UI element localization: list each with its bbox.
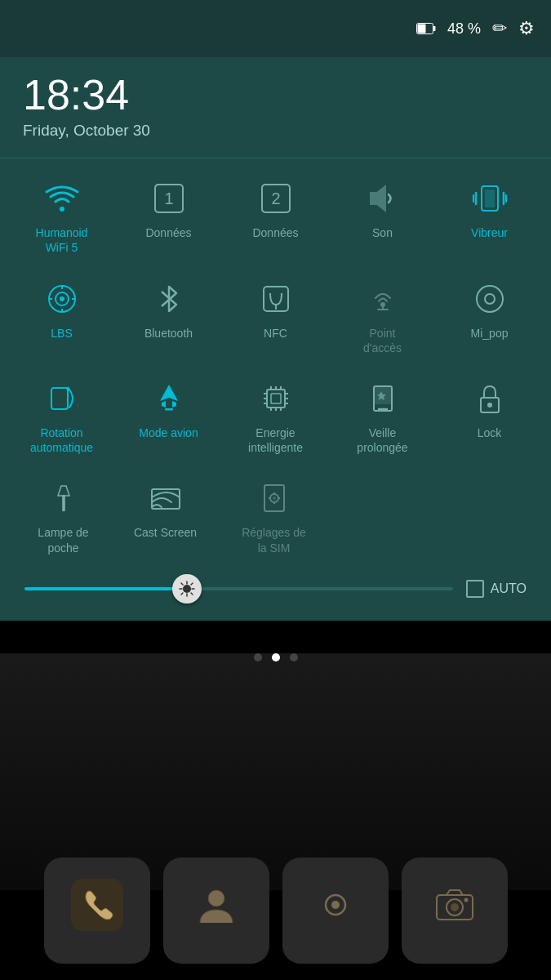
lock-label: Lock: [478, 425, 502, 440]
data2-label: Données: [252, 225, 298, 240]
svg-point-58: [183, 585, 191, 593]
svg-text:1: 1: [164, 189, 173, 207]
vibrate-icon: [469, 178, 510, 219]
dock-contacts[interactable]: [163, 858, 269, 964]
svg-rect-31: [271, 394, 281, 403]
dock-camera[interactable]: [402, 858, 508, 964]
qs-son[interactable]: Son: [335, 167, 429, 263]
qs-airplane[interactable]: Mode avion: [122, 367, 216, 463]
sound-icon: [362, 178, 403, 219]
dot-2: [272, 653, 280, 662]
battery-icon: [416, 23, 436, 34]
lbs-label: LBS: [51, 326, 72, 341]
qs-flashlight[interactable]: Lampe depoche: [16, 466, 110, 563]
wallpaper-area: [0, 653, 551, 890]
phone-icon: [71, 879, 123, 942]
qs-castscreen[interactable]: Cast Screen: [118, 466, 212, 563]
svg-point-53: [273, 497, 276, 500]
qs-simsettings[interactable]: Réglages dela SIM: [227, 466, 321, 563]
hotspot-icon: [362, 278, 403, 319]
svg-rect-24: [377, 309, 389, 310]
hotspot-label: Pointd'accès: [363, 326, 402, 355]
energy-label: Energieintelligente: [248, 425, 303, 455]
qs-data1[interactable]: 1 Données: [122, 167, 216, 263]
svg-point-48: [487, 403, 492, 408]
airplane-label: Mode avion: [139, 425, 198, 440]
qs-bluetooth[interactable]: Bluetooth: [122, 267, 216, 363]
rotation-label: Rotationautomatique: [30, 425, 93, 455]
auto-brightness[interactable]: AUTO: [466, 580, 527, 598]
dock-phone[interactable]: [44, 858, 150, 964]
mipop-icon: [469, 278, 510, 319]
svg-line-66: [181, 593, 183, 595]
dock-multitask[interactable]: [282, 858, 389, 964]
svg-line-63: [181, 583, 183, 585]
data1-label: Données: [145, 225, 191, 240]
edit-icon[interactable]: ✏: [492, 18, 507, 39]
multitask-icon: [309, 879, 362, 942]
svg-point-72: [331, 901, 340, 909]
svg-rect-1: [417, 24, 425, 33]
svg-rect-2: [433, 26, 435, 31]
rotation-icon: [42, 378, 82, 419]
lbs-icon: [42, 278, 82, 319]
qs-row-3: Rotationautomatique Mode avion: [8, 367, 543, 463]
home-dots: [0, 653, 551, 662]
castscreen-label: Cast Screen: [134, 525, 197, 540]
qs-row-4: Lampe depoche Cast Screen: [8, 466, 543, 563]
qs-wifi[interactable]: HumanoidWiFi 5: [15, 167, 109, 263]
qs-row-1: HumanoidWiFi 5 1 Données 2 Données: [8, 167, 543, 263]
svg-point-27: [485, 294, 495, 304]
qs-veille[interactable]: Veilleprolongée: [335, 367, 429, 463]
qs-hotspot[interactable]: Pointd'accès: [335, 267, 429, 363]
brightness-fill: [24, 587, 187, 590]
data2-icon: 2: [256, 178, 296, 219]
qs-mipop[interactable]: Mi_pop: [442, 267, 536, 363]
brightness-thumb[interactable]: [172, 574, 202, 604]
qs-rotation[interactable]: Rotationautomatique: [15, 367, 109, 463]
bluetooth-icon: [149, 278, 189, 319]
svg-rect-9: [485, 189, 495, 207]
clock-date: Friday, October 30: [23, 122, 528, 140]
svg-point-26: [477, 286, 503, 312]
qs-nfc[interactable]: NFC: [229, 267, 322, 363]
brightness-slider[interactable]: [24, 587, 453, 590]
svg-rect-29: [165, 408, 173, 411]
svg-point-23: [380, 302, 385, 307]
flashlight-label: Lampe depoche: [38, 525, 88, 555]
settings-icon[interactable]: ⚙: [518, 18, 535, 39]
svg-rect-28: [51, 388, 68, 409]
qs-lbs[interactable]: LBS: [15, 267, 109, 363]
camera-icon: [429, 879, 481, 942]
wifi-icon: [42, 178, 82, 219]
svg-text:2: 2: [271, 189, 280, 207]
son-label: Son: [372, 225, 393, 240]
auto-label: AUTO: [491, 581, 527, 596]
sim-icon: [254, 478, 295, 519]
lock-icon: [469, 378, 510, 419]
svg-rect-67: [71, 879, 123, 931]
simsettings-label: Réglages dela SIM: [242, 525, 306, 555]
data1-icon: 1: [149, 178, 189, 219]
svg-point-16: [60, 296, 64, 301]
nfc-icon: [256, 278, 296, 319]
status-bar-right: 48 % ✏ ⚙: [416, 18, 535, 39]
mipop-label: Mi_pop: [471, 326, 509, 341]
auto-checkbox-box[interactable]: [466, 580, 484, 598]
cast-icon: [145, 478, 186, 519]
svg-point-76: [451, 903, 459, 911]
flashlight-icon: [43, 478, 84, 519]
bluetooth-label: Bluetooth: [144, 326, 193, 341]
qs-vibreur[interactable]: Vibreur: [442, 167, 536, 263]
qs-data2[interactable]: 2 Données: [229, 167, 322, 263]
brightness-row: AUTO: [8, 567, 543, 604]
qs-energy[interactable]: Energieintelligente: [229, 367, 322, 463]
dot-3: [290, 653, 298, 662]
quick-settings-panel: HumanoidWiFi 5 1 Données 2 Données: [0, 158, 551, 621]
veille-icon: [362, 378, 403, 419]
contacts-icon: [190, 879, 242, 942]
veille-label: Veilleprolongée: [357, 425, 407, 455]
clock-area: 18:34 Friday, October 30: [0, 57, 551, 158]
qs-lock[interactable]: Lock: [442, 367, 536, 463]
wifi-label: HumanoidWiFi 5: [36, 225, 88, 255]
